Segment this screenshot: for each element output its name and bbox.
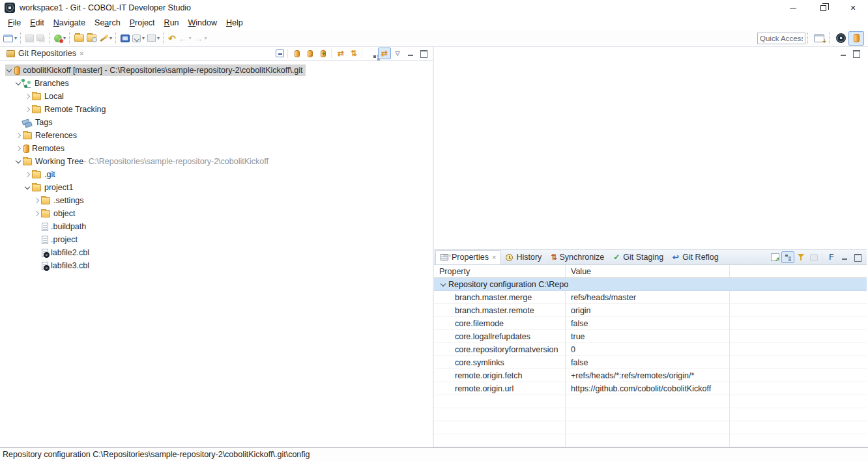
restore-default-value-button[interactable]: [807, 251, 820, 263]
property-value-cell[interactable]: https://github.com/cobolit/cobolitKickof…: [566, 382, 730, 395]
property-name-cell[interactable]: core.repositoryformatversion: [434, 343, 566, 356]
menu-project[interactable]: Project: [125, 17, 160, 29]
clone-repository-button[interactable]: [304, 48, 317, 59]
external-tools-button[interactable]: ▾: [146, 31, 161, 46]
category-row-repository-configuration[interactable]: Repository configuration C:\Repo: [434, 278, 867, 291]
expander-icon[interactable]: [23, 105, 31, 113]
minimize-window-button[interactable]: [778, 0, 808, 16]
tree-item-remotes[interactable]: Remotes: [0, 142, 433, 155]
link-with-selection-button[interactable]: ⇄: [378, 48, 391, 59]
dropdown-arrow-icon[interactable]: ▾: [109, 35, 112, 41]
column-header-property[interactable]: Property: [434, 265, 566, 277]
menu-file[interactable]: File: [3, 17, 25, 29]
tree-item-tags[interactable]: Tags: [0, 116, 433, 129]
table-row-branch-master-remote[interactable]: branch.master.remoteorigin: [434, 304, 867, 317]
table-row-core-repositoryformatversion[interactable]: core.repositoryformatversion0: [434, 343, 867, 356]
tab-git-staging[interactable]: ✓Git Staging: [609, 250, 668, 264]
menu-search[interactable]: Search: [90, 17, 125, 29]
quick-access-input[interactable]: [757, 33, 805, 44]
property-name-cell[interactable]: branch.master.merge: [434, 291, 566, 303]
cobol-perspective-button[interactable]: [833, 31, 848, 46]
save-button[interactable]: [24, 31, 35, 46]
table-row-remote-origin-fetch[interactable]: remote.origin.fetch+refs/heads/*:refs/re…: [434, 369, 867, 382]
menu-run[interactable]: Run: [160, 17, 184, 29]
dropdown-arrow-icon[interactable]: ▾: [142, 35, 145, 41]
tree-item-object[interactable]: object: [0, 207, 433, 220]
property-value-cell[interactable]: refs/heads/master: [566, 291, 730, 303]
table-row-core-logallrefupdates[interactable]: core.logallrefupdatestrue: [434, 330, 867, 343]
open-console-button[interactable]: [119, 31, 131, 46]
create-repository-button[interactable]: [317, 48, 330, 59]
restore-window-button[interactable]: [808, 0, 838, 16]
pin-view-button[interactable]: [768, 251, 781, 263]
close-tab-icon[interactable]: ×: [80, 49, 83, 57]
tab-git-repositories[interactable]: Git Repositories ×: [3, 47, 87, 61]
expander-icon[interactable]: [23, 171, 31, 178]
dropdown-arrow-icon[interactable]: ▾: [205, 35, 207, 41]
back-button[interactable]: ←▾: [177, 31, 193, 46]
menu-help[interactable]: Help: [222, 17, 248, 29]
expander-icon[interactable]: [14, 145, 22, 152]
tree-item-remote[interactable]: Remote Tracking: [0, 103, 433, 116]
property-value-cell[interactable]: origin: [566, 304, 730, 316]
close-window-button[interactable]: ×: [838, 0, 868, 16]
tree-item-labfile2-cbl[interactable]: labfile2.cbl: [0, 246, 433, 259]
table-row-remote-origin-url[interactable]: remote.origin.urlhttps://github.com/cobo…: [434, 382, 867, 395]
tab-history[interactable]: History: [501, 250, 546, 264]
expander-icon[interactable]: [33, 210, 40, 217]
property-name-cell[interactable]: branch.master.remote: [434, 304, 566, 316]
run-configurations-button[interactable]: ▾: [131, 31, 146, 46]
table-row-core-symlinks[interactable]: core.symlinksfalse: [434, 356, 867, 369]
table-row-branch-master-merge[interactable]: branch.master.mergerefs/heads/master: [434, 291, 867, 304]
git-perspective-button[interactable]: [848, 31, 864, 46]
forward-button[interactable]: →▾: [193, 31, 209, 46]
property-name-cell[interactable]: remote.origin.fetch: [434, 369, 566, 382]
new-wizard-button[interactable]: ▾: [2, 31, 18, 46]
tree-item-git[interactable]: .git: [0, 168, 433, 181]
maximize-view-button[interactable]: [851, 251, 864, 263]
open-copybook-button[interactable]: [85, 31, 98, 46]
tree-item-local[interactable]: Local: [0, 90, 433, 103]
tab-git-reflog[interactable]: ↩Git Reflog: [668, 250, 723, 264]
expander-icon[interactable]: [439, 281, 447, 288]
open-cobol-program-button[interactable]: [73, 31, 85, 46]
last-edit-location-button[interactable]: ↶: [167, 31, 177, 46]
property-name-cell[interactable]: core.logallrefupdates: [434, 330, 566, 342]
expander-icon[interactable]: [14, 158, 22, 165]
show-categories-button[interactable]: [781, 251, 794, 263]
hierarchical-layout-button[interactable]: [365, 48, 378, 59]
tree-item-project[interactable]: .project: [0, 233, 433, 246]
tree-item-working[interactable]: Working Tree - C:\Repositories\sample-re…: [0, 155, 433, 168]
tree-item-project1[interactable]: project1: [0, 181, 433, 194]
fetch-button[interactable]: ⇅: [347, 48, 360, 59]
show-advanced-properties-button[interactable]: [794, 251, 807, 263]
column-header-value[interactable]: Value: [566, 265, 730, 277]
minimize-editor-button[interactable]: [837, 48, 850, 59]
view-menu-button[interactable]: ▽: [391, 48, 404, 59]
property-value-cell[interactable]: +refs/heads/*:refs/remotes/origin/*: [566, 369, 730, 382]
open-perspective-button[interactable]: [811, 31, 827, 46]
property-value-cell[interactable]: false: [566, 356, 730, 369]
column-header-extra[interactable]: [730, 265, 867, 277]
refresh-button[interactable]: ⇄: [334, 48, 347, 59]
menu-edit[interactable]: Edit: [25, 17, 49, 29]
tab-properties[interactable]: Properties×: [435, 250, 501, 264]
dropdown-arrow-icon[interactable]: ▾: [14, 35, 17, 41]
collapse-all-button[interactable]: [273, 48, 286, 59]
close-tab-icon[interactable]: ×: [492, 253, 496, 261]
maximize-editor-button[interactable]: [850, 48, 863, 59]
expander-icon[interactable]: [5, 66, 13, 74]
launch-wizard-button[interactable]: ▾: [98, 31, 113, 46]
minimize-view-button[interactable]: [838, 251, 851, 263]
tree-item-settings[interactable]: .settings: [0, 194, 433, 207]
property-name-cell[interactable]: core.symlinks: [434, 356, 566, 369]
expander-icon[interactable]: [23, 92, 31, 100]
table-row-core-filemode[interactable]: core.filemodefalse: [434, 317, 867, 330]
dropdown-arrow-icon[interactable]: ▾: [157, 35, 160, 41]
tree-item-buildpath[interactable]: .buildpath: [0, 220, 433, 233]
property-value-cell[interactable]: false: [566, 317, 730, 329]
add-repository-button[interactable]: [291, 48, 304, 59]
maximize-view-button[interactable]: [417, 48, 430, 59]
tree-item-references[interactable]: References: [0, 129, 433, 142]
run-cobol-button[interactable]: ▾: [53, 31, 67, 46]
